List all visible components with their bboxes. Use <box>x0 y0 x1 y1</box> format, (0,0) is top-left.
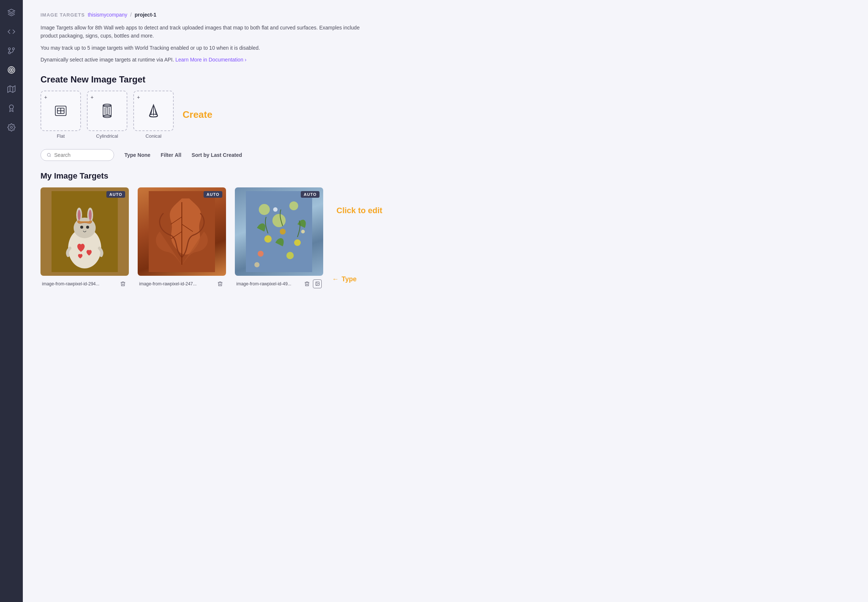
target-name-1: image-from-rawpixel-id-294... <box>42 281 100 286</box>
svg-point-45 <box>264 235 271 243</box>
svg-point-0 <box>8 52 11 54</box>
svg-line-26 <box>50 156 51 157</box>
svg-point-25 <box>48 153 51 156</box>
branch-icon[interactable] <box>3 43 20 59</box>
flat-card-wrapper: + Flat <box>40 91 81 139</box>
filter-label: Filter <box>161 152 173 158</box>
search-input[interactable] <box>54 152 108 158</box>
type-label: Type <box>124 152 136 158</box>
delete-icon-1[interactable] <box>118 280 127 288</box>
breadcrumb-separator: / <box>130 12 132 18</box>
learn-more-link[interactable]: Learn More in Documentation › <box>175 57 246 63</box>
target-icon[interactable] <box>3 62 20 78</box>
delete-icon-3[interactable] <box>302 280 311 288</box>
svg-point-2 <box>12 48 15 50</box>
company-link[interactable]: thisismycompany <box>87 12 127 18</box>
code-icon[interactable] <box>3 23 20 40</box>
svg-point-3 <box>8 67 15 73</box>
sort-by[interactable]: Sort by Last Created <box>192 152 242 158</box>
svg-point-33 <box>89 210 92 220</box>
target-image-wrap-1: AUTO <box>40 187 129 276</box>
svg-point-52 <box>255 262 259 267</box>
floral-image <box>235 187 323 276</box>
svg-point-34 <box>80 226 83 229</box>
type-filter[interactable]: Type None <box>124 152 150 158</box>
create-button[interactable]: Create <box>182 109 212 120</box>
map-icon[interactable] <box>3 81 20 97</box>
oak-image <box>138 187 226 276</box>
flat-label: Flat <box>57 133 65 139</box>
svg-point-4 <box>9 68 14 72</box>
breadcrumb: IMAGE TARGETS thisismycompany / project-… <box>40 12 850 18</box>
conical-label: Conical <box>146 133 161 139</box>
target-item-2[interactable]: AUTO image-from-rawpixel-id-247... <box>138 187 226 290</box>
description-line2: You may track up to 5 image targets with… <box>40 44 372 52</box>
type-value: None <box>138 152 150 158</box>
filter-bar: Type None Filter All Sort by Last Create… <box>40 149 850 161</box>
badge-icon[interactable] <box>3 100 20 116</box>
target-item-1[interactable]: AUTO image-from-rawpixel-id-294... <box>40 187 129 290</box>
conical-target-card[interactable]: + <box>133 91 174 131</box>
conical-card-wrapper: + Conical <box>133 91 174 139</box>
search-box[interactable] <box>40 149 114 161</box>
cylindrical-plus: + <box>90 94 94 100</box>
flat-plus: + <box>44 94 47 100</box>
project-link[interactable]: project-1 <box>135 12 156 18</box>
sort-value: Last Created <box>211 152 242 158</box>
flat-target-card[interactable]: + <box>40 91 81 131</box>
description-line3: Dynamically select active image targets … <box>40 55 372 64</box>
svg-point-43 <box>289 201 298 210</box>
target-image-wrap-3: AUTO <box>235 187 323 276</box>
type-icon-3[interactable] <box>313 280 322 288</box>
auto-badge-1: AUTO <box>106 191 125 198</box>
filter-value: All <box>175 152 181 158</box>
target-footer-2: image-from-rawpixel-id-247... <box>138 277 226 290</box>
auto-badge-2: AUTO <box>204 191 222 198</box>
target-name-3: image-from-rawpixel-id-49... <box>236 281 291 286</box>
cylindrical-card-wrapper: + Cylindrical <box>87 91 127 139</box>
description-api-text: Dynamically select active image targets … <box>40 57 174 63</box>
type-indicator-label: Type <box>342 275 357 283</box>
create-row: + Flat + <box>40 91 850 139</box>
svg-marker-6 <box>8 86 15 92</box>
target-footer-icons-3 <box>302 280 322 288</box>
search-icon <box>47 152 51 158</box>
targets-grid: AUTO image-from-rawpixel-id-294... <box>40 187 323 290</box>
svg-point-46 <box>280 229 286 235</box>
svg-point-1 <box>8 48 11 50</box>
type-arrow: ← <box>332 275 339 283</box>
svg-point-48 <box>258 251 264 256</box>
sidebar <box>0 0 23 602</box>
auto-badge-3: AUTO <box>301 191 319 198</box>
conical-plus: + <box>137 94 140 100</box>
settings-icon[interactable] <box>3 119 20 135</box>
cube-icon[interactable] <box>3 5 20 21</box>
target-footer-3: image-from-rawpixel-id-49... <box>235 277 323 290</box>
rabbit-image <box>40 187 129 276</box>
cylindrical-target-card[interactable]: + <box>87 91 127 131</box>
svg-point-10 <box>10 126 12 129</box>
svg-point-54 <box>316 283 317 284</box>
svg-point-32 <box>78 210 81 220</box>
svg-point-49 <box>287 252 294 259</box>
target-image-wrap-2: AUTO <box>138 187 226 276</box>
create-section-title: Create New Image Target <box>40 74 850 85</box>
main-content: IMAGE TARGETS thisismycompany / project-… <box>23 0 868 602</box>
click-to-edit-label: Click to edit <box>336 206 382 215</box>
svg-point-44 <box>272 214 286 227</box>
svg-point-9 <box>9 105 14 109</box>
target-item-3[interactable]: AUTO image-from-rawpixel-id-49... <box>235 187 323 290</box>
page-title: IMAGE TARGETS <box>40 12 85 18</box>
target-footer-1: image-from-rawpixel-id-294... <box>40 277 129 290</box>
my-targets-title: My Image Targets <box>40 171 850 181</box>
cylindrical-label: Cylindrical <box>96 133 118 139</box>
right-labels: Click to edit ← Type <box>332 187 382 283</box>
filter-all[interactable]: Filter All <box>161 152 181 158</box>
target-name-2: image-from-rawpixel-id-247... <box>139 281 196 286</box>
svg-point-47 <box>294 239 301 246</box>
sort-label: Sort by <box>192 152 209 158</box>
target-footer-icons-2 <box>216 280 225 288</box>
delete-icon-2[interactable] <box>216 280 225 288</box>
type-label-wrap: ← Type <box>332 275 382 283</box>
svg-point-42 <box>259 204 270 215</box>
